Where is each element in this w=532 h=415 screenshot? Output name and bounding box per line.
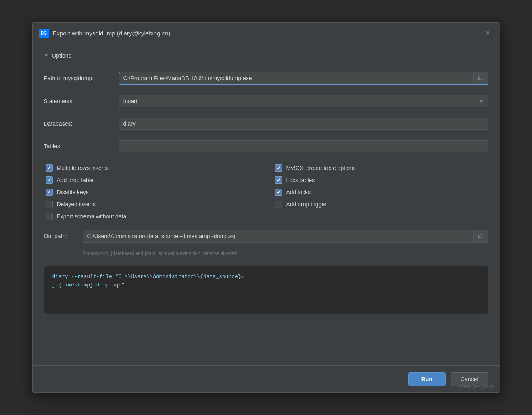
checkbox-export-schema-box[interactable] [46, 213, 53, 220]
out-path-input-container: 🗂 [83, 230, 488, 243]
section-divider [77, 56, 488, 56]
run-button[interactable]: Run [408, 372, 446, 386]
out-path-browse-button[interactable]: 🗂 [473, 230, 488, 242]
checkbox-multiple-rows-label: Multiple rows inserts [57, 165, 108, 171]
checkbox-add-drop-table[interactable]: Add drop table [46, 176, 259, 184]
checkbox-delayed-inserts-label: Delayed inserts [57, 201, 96, 208]
options-label: Options [52, 52, 71, 59]
code-line-1: diary --result-file="C:\\Users\\Administ… [52, 274, 244, 280]
options-section-header: ▼ Options [44, 52, 488, 59]
title-bar: DG Export with mysqldump (diary@kylebing… [33, 23, 500, 44]
dialog-footer: Run Cancel [33, 365, 500, 392]
checkbox-add-drop-trigger-box[interactable] [275, 201, 282, 208]
out-path-hint: {timestamp}, {database} and {data_source… [44, 251, 488, 256]
checkbox-add-locks-label: Add locks [286, 189, 311, 195]
path-label: Path to mysqldump: [44, 75, 113, 81]
checkbox-lock-tables[interactable]: Lock tables [275, 176, 488, 184]
tables-row: Tables: [44, 140, 488, 152]
checkbox-disable-keys-label: Disable keys [57, 189, 89, 195]
tables-input[interactable] [119, 140, 488, 152]
path-row: Path to mysqldump: 🗂 [44, 72, 488, 85]
checkbox-delayed-inserts[interactable]: Delayed inserts [46, 201, 259, 208]
out-path-row: Out path: 🗂 [44, 230, 488, 243]
checkbox-lock-tables-label: Lock tables [286, 177, 315, 183]
checkbox-mysql-create-table-label: MySQL create table options [286, 165, 356, 171]
statements-select[interactable]: Insert Replace Update [119, 95, 475, 107]
watermark: CSDN @十月oo00 [458, 384, 495, 390]
export-dialog: DG Export with mysqldump (diary@kylebing… [32, 22, 500, 393]
statements-label: Statements: [44, 98, 113, 104]
databases-label: Databases: [44, 120, 113, 127]
checkbox-add-drop-table-box[interactable] [46, 176, 53, 184]
select-arrow-icon: ▼ [475, 96, 488, 106]
code-preview: diary --result-file="C:\\Users\\Administ… [44, 266, 488, 314]
checkbox-add-drop-trigger-label: Add drop trigger [286, 201, 327, 208]
checkbox-multiple-rows-box[interactable] [46, 164, 53, 172]
code-line-2: }-{timestamp}-dump.sql" [52, 282, 125, 288]
checkbox-add-locks[interactable]: Add locks [275, 189, 488, 196]
checkbox-delayed-inserts-box[interactable] [46, 201, 53, 208]
checkbox-export-schema-label: Export schema without data [57, 213, 127, 220]
dialog-content: ▼ Options Path to mysqldump: 🗂 Statement… [33, 44, 500, 365]
checkbox-mysql-create-table-box[interactable] [275, 164, 282, 172]
tables-label: Tables: [44, 143, 113, 149]
out-path-input[interactable] [83, 230, 473, 242]
statements-row: Statements: Insert Replace Update ▼ [44, 95, 488, 107]
checkboxes-grid: Multiple rows inserts MySQL create table… [44, 164, 488, 220]
out-path-label: Out path: [44, 233, 76, 239]
checkbox-export-schema[interactable]: Export schema without data [46, 213, 259, 220]
checkbox-disable-keys[interactable]: Disable keys [46, 189, 259, 196]
checkbox-lock-tables-box[interactable] [275, 176, 282, 184]
app-icon: DG [39, 29, 49, 38]
close-button[interactable]: × [482, 27, 493, 39]
dialog-title: Export with mysqldump (diary@kylebing.cn… [53, 30, 482, 37]
path-browse-button[interactable]: 🗂 [473, 72, 488, 84]
path-input[interactable] [119, 73, 473, 84]
checkbox-multiple-rows[interactable]: Multiple rows inserts [46, 164, 259, 172]
databases-input[interactable] [119, 118, 488, 130]
checkbox-disable-keys-box[interactable] [46, 189, 53, 196]
checkbox-mysql-create-table[interactable]: MySQL create table options [275, 164, 488, 172]
checkbox-add-locks-box[interactable] [275, 189, 282, 196]
databases-row: Databases: [44, 118, 488, 130]
path-input-container: 🗂 [119, 72, 488, 85]
checkbox-add-drop-trigger[interactable]: Add drop trigger [275, 201, 488, 208]
statements-select-container: Insert Replace Update ▼ [119, 95, 488, 107]
checkbox-add-drop-table-label: Add drop table [57, 177, 94, 183]
collapse-arrow-icon[interactable]: ▼ [44, 53, 49, 58]
